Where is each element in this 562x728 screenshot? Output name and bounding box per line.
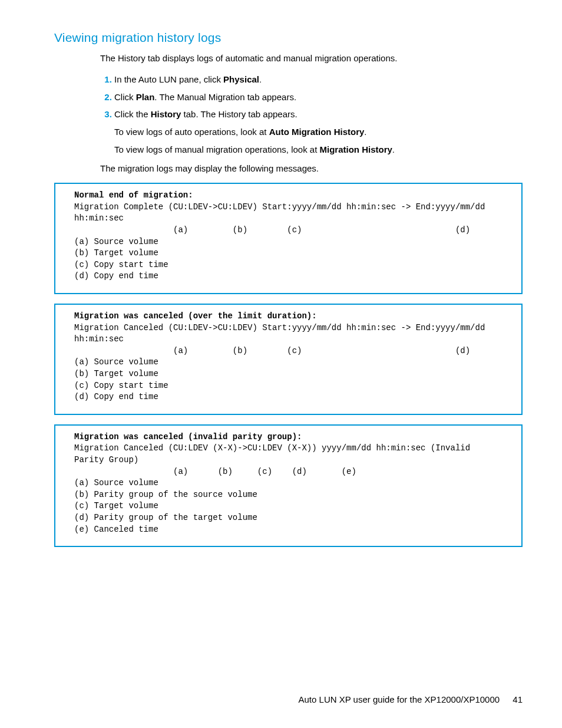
log-box-3: Migration was canceled (invalid parity g… [54,424,523,547]
log-box-2-title: Migration was canceled (over the limit d… [74,311,317,321]
step-3-pre: Click the [114,109,151,119]
step-1: In the Auto LUN pane, click Physical. [114,73,523,86]
step-3-p1-bold: Auto Migration History [269,127,365,137]
step-2-bold: Plan [136,92,155,102]
step-3-p2-bold: Migration History [320,144,392,154]
step-2-post: . The Manual Migration tab appears. [154,92,296,102]
step-3-p1: To view logs of auto operations, look at… [114,126,523,139]
steps-list: In the Auto LUN pane, click Physical. Cl… [100,73,523,156]
footer-title: Auto LUN XP user guide for the XP12000/X… [299,694,500,704]
intro-paragraph: The History tab displays logs of automat… [100,52,523,65]
outro-paragraph: The migration logs may display the follo… [100,162,523,175]
log-box-3-body: Migration Canceled (CU:LDEV (X-X)->CU:LD… [74,443,475,533]
footer-page-number: 41 [513,694,523,704]
section-heading: Viewing migration history logs [54,31,523,45]
step-1-post: . [259,74,262,84]
step-1-bold: Physical [223,74,259,84]
log-box-1-title: Normal end of migration: [74,190,193,200]
step-1-pre: In the Auto LUN pane, click [114,74,223,84]
step-3-bold: History [151,109,181,119]
log-box-2-body: Migration Canceled (CU:LDEV->CU:LDEV) St… [74,323,490,402]
step-3-post: tab. The History tab appears. [181,109,297,119]
log-box-1-body: Migration Complete (CU:LDEV->CU:LDEV) St… [74,202,490,281]
step-3-p2-post: . [392,144,395,154]
log-box-1: Normal end of migration: Migration Compl… [54,183,523,294]
step-3-p1-post: . [364,127,366,137]
log-box-2: Migration was canceled (over the limit d… [54,304,523,415]
step-3-p2-pre: To view logs of manual migration operati… [114,144,320,154]
step-3-p2: To view logs of manual migration operati… [114,143,523,156]
step-2: Click Plan. The Manual Migration tab app… [114,91,523,104]
log-box-3-title: Migration was canceled (invalid parity g… [74,432,302,442]
step-3: Click the History tab. The History tab a… [114,108,523,156]
page-footer: Auto LUN XP user guide for the XP12000/X… [299,694,523,704]
step-3-p1-pre: To view logs of auto operations, look at [114,127,269,137]
step-2-pre: Click [114,92,136,102]
